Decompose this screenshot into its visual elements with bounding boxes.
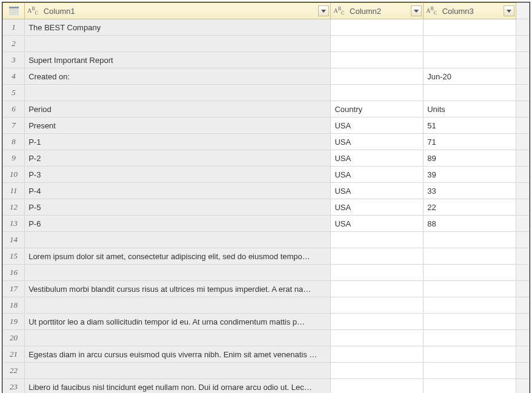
column-header-2[interactable]: ABC Column2 bbox=[331, 3, 424, 19]
cell-column3[interactable]: 89 bbox=[424, 150, 516, 167]
cell-column2[interactable]: Country bbox=[331, 101, 424, 117]
cell-column3[interactable] bbox=[424, 36, 516, 52]
table-row[interactable]: 16 bbox=[3, 265, 530, 281]
cell-column3[interactable] bbox=[424, 19, 516, 36]
table-row[interactable]: 2 bbox=[3, 36, 530, 52]
table-row[interactable]: 23Libero id faucibus nisl tincidunt eget… bbox=[3, 379, 530, 394]
cell-column2[interactable] bbox=[331, 36, 424, 52]
cell-column2[interactable] bbox=[331, 248, 424, 265]
cell-column3[interactable] bbox=[424, 265, 516, 281]
cell-column1[interactable]: Supert Important Report bbox=[25, 52, 331, 68]
cell-column3[interactable]: 88 bbox=[424, 216, 516, 232]
table-row[interactable]: 6PeriodCountryUnits bbox=[3, 101, 530, 117]
datatype-text-icon[interactable]: ABC bbox=[333, 6, 344, 16]
cell-column2[interactable]: USA bbox=[331, 117, 424, 134]
cell-column2[interactable] bbox=[331, 297, 424, 314]
cell-column2[interactable] bbox=[331, 346, 424, 363]
cell-column3[interactable]: 33 bbox=[424, 183, 516, 199]
row-number[interactable]: 5 bbox=[3, 85, 25, 101]
cell-column2[interactable]: USA bbox=[331, 216, 424, 232]
table-row[interactable]: 3Supert Important Report bbox=[3, 52, 530, 68]
cell-column1[interactable]: P-1 bbox=[25, 134, 331, 150]
filter-dropdown-col1[interactable] bbox=[318, 5, 329, 16]
datatype-text-icon[interactable]: ABC bbox=[426, 6, 437, 16]
table-row[interactable]: 1The BEST Company bbox=[3, 19, 530, 36]
table-row[interactable]: 21Egestas diam in arcu cursus euismod qu… bbox=[3, 346, 530, 363]
cell-column3[interactable] bbox=[424, 248, 516, 265]
cell-column3[interactable] bbox=[424, 85, 516, 101]
cell-column3[interactable] bbox=[424, 330, 516, 346]
cell-column1[interactable]: Ut porttitor leo a diam sollicitudin tem… bbox=[25, 314, 331, 330]
cell-column2[interactable] bbox=[331, 330, 424, 346]
row-number[interactable]: 20 bbox=[3, 330, 25, 346]
cell-column1[interactable] bbox=[25, 85, 331, 101]
cell-column3[interactable]: 22 bbox=[424, 199, 516, 216]
cell-column3[interactable] bbox=[424, 52, 516, 68]
table-row[interactable]: 4Created on:Jun-20 bbox=[3, 68, 530, 85]
row-number[interactable]: 16 bbox=[3, 265, 25, 281]
cell-column2[interactable]: USA bbox=[331, 167, 424, 183]
row-number[interactable]: 10 bbox=[3, 167, 25, 183]
row-number[interactable]: 23 bbox=[3, 379, 25, 394]
row-number[interactable]: 11 bbox=[3, 183, 25, 199]
row-number[interactable]: 21 bbox=[3, 346, 25, 363]
cell-column2[interactable] bbox=[331, 379, 424, 394]
cell-column3[interactable]: 71 bbox=[424, 134, 516, 150]
cell-column1[interactable] bbox=[25, 265, 331, 281]
cell-column3[interactable] bbox=[424, 379, 516, 394]
row-number[interactable]: 18 bbox=[3, 297, 25, 314]
cell-column2[interactable] bbox=[331, 281, 424, 297]
table-row[interactable]: 22 bbox=[3, 363, 530, 379]
cell-column3[interactable] bbox=[424, 314, 516, 330]
cell-column3[interactable]: 51 bbox=[424, 117, 516, 134]
filter-dropdown-col2[interactable] bbox=[411, 5, 422, 16]
cell-column1[interactable]: Vestibulum morbi blandit cursus risus at… bbox=[25, 281, 331, 297]
row-number[interactable]: 22 bbox=[3, 363, 25, 379]
table-row[interactable]: 20 bbox=[3, 330, 530, 346]
cell-column3[interactable] bbox=[424, 232, 516, 248]
cell-column2[interactable] bbox=[331, 19, 424, 36]
cell-column3[interactable]: Units bbox=[424, 101, 516, 117]
row-number[interactable]: 3 bbox=[3, 52, 25, 68]
select-all-corner[interactable] bbox=[3, 3, 25, 19]
row-number[interactable]: 2 bbox=[3, 36, 25, 52]
table-row[interactable]: 8P-1USA71 bbox=[3, 134, 530, 150]
cell-column1[interactable]: Created on: bbox=[25, 68, 331, 85]
cell-column1[interactable]: P-3 bbox=[25, 167, 331, 183]
cell-column1[interactable] bbox=[25, 363, 331, 379]
cell-column1[interactable] bbox=[25, 36, 331, 52]
cell-column1[interactable]: Period bbox=[25, 101, 331, 117]
cell-column1[interactable]: P-5 bbox=[25, 199, 331, 216]
cell-column2[interactable]: USA bbox=[331, 199, 424, 216]
cell-column3[interactable]: Jun-20 bbox=[424, 68, 516, 85]
cell-column1[interactable] bbox=[25, 297, 331, 314]
cell-column2[interactable] bbox=[331, 85, 424, 101]
cell-column2[interactable]: USA bbox=[331, 134, 424, 150]
row-number[interactable]: 6 bbox=[3, 101, 25, 117]
cell-column1[interactable]: Egestas diam in arcu cursus euismod quis… bbox=[25, 346, 331, 363]
row-number[interactable]: 19 bbox=[3, 314, 25, 330]
table-row[interactable]: 18 bbox=[3, 297, 530, 314]
cell-column1[interactable]: The BEST Company bbox=[25, 19, 331, 36]
table-row[interactable]: 19Ut porttitor leo a diam sollicitudin t… bbox=[3, 314, 530, 330]
cell-column3[interactable]: 39 bbox=[424, 167, 516, 183]
row-number[interactable]: 1 bbox=[3, 19, 25, 36]
cell-column2[interactable]: USA bbox=[331, 150, 424, 167]
cell-column1[interactable]: Lorem ipsum dolor sit amet, consectetur … bbox=[25, 248, 331, 265]
table-row[interactable]: 5 bbox=[3, 85, 530, 101]
row-number[interactable]: 4 bbox=[3, 68, 25, 85]
row-number[interactable]: 13 bbox=[3, 216, 25, 232]
table-row[interactable]: 15Lorem ipsum dolor sit amet, consectetu… bbox=[3, 248, 530, 265]
cell-column2[interactable]: USA bbox=[331, 183, 424, 199]
cell-column2[interactable] bbox=[331, 363, 424, 379]
row-number[interactable]: 17 bbox=[3, 281, 25, 297]
cell-column1[interactable]: Libero id faucibus nisl tincidunt eget n… bbox=[25, 379, 331, 394]
cell-column3[interactable] bbox=[424, 363, 516, 379]
table-row[interactable]: 12P-5USA22 bbox=[3, 199, 530, 216]
cell-column2[interactable] bbox=[331, 68, 424, 85]
column-header-1[interactable]: ABC Column1 bbox=[25, 3, 331, 19]
cell-column1[interactable]: Present bbox=[25, 117, 331, 134]
table-row[interactable]: 9P-2USA89 bbox=[3, 150, 530, 167]
row-number[interactable]: 8 bbox=[3, 134, 25, 150]
cell-column1[interactable]: P-6 bbox=[25, 216, 331, 232]
